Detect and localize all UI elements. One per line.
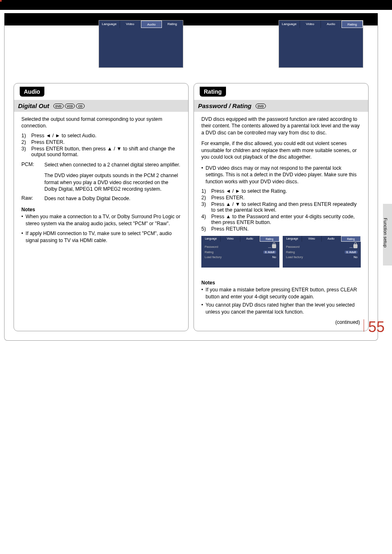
osd-label: Password [205, 245, 218, 249]
notes-heading: Notes [21, 207, 181, 212]
osd-tab: Language [283, 236, 302, 242]
side-tab-label: Function setup [383, 204, 388, 247]
osd-tab: Audio [322, 236, 341, 242]
page-number: 55 [368, 319, 385, 336]
step-text: Press ◄ / ► to select the Rating. [211, 188, 287, 194]
osd-value: --- [268, 245, 271, 249]
section-tab-rating: Rating [200, 87, 226, 97]
osd-tab: Video [300, 21, 321, 28]
kv-value: Does not have a Dolby Digital Decode. [44, 195, 181, 202]
banner-title: Digital Out [18, 102, 49, 109]
osd-value: No [353, 255, 357, 259]
badge-dvd: DVD [256, 104, 266, 108]
osd-label: Rating [286, 250, 295, 254]
top-black-bar [0, 0, 392, 10]
osd-tab-active: Rating [341, 236, 361, 242]
note-text: If apply HDMI connection to TV, make sur… [25, 230, 181, 244]
step-text: Press RETURN. [211, 226, 249, 232]
notes-list: When you make a connection to a TV, or D… [21, 213, 181, 244]
osd-preview-audio: Language Video Audio Rating [99, 20, 183, 68]
osd-preview-rating: Language Video Audio Rating [279, 20, 363, 68]
osd-tab: Video [302, 236, 321, 242]
steps-list: 1)Press ◄ / ► to select Audio. 2)Press E… [21, 133, 181, 157]
osd-tab: Language [279, 21, 300, 28]
badge-dvd: DVD [53, 104, 64, 108]
step-text: Press ◄ / ► to select Audio. [31, 133, 97, 138]
badge-vcd: VCD [65, 104, 75, 108]
osd-tab: Video [120, 21, 141, 28]
note-text: You cannot play DVD discs rated higher t… [205, 302, 361, 315]
banner-password-rating: Password / Rating DVD [194, 100, 368, 112]
side-tab: Function setup [383, 204, 392, 265]
osd-value: 8. Adult [345, 251, 357, 254]
bullet-text: DVD video discs may or may not respond t… [205, 165, 361, 185]
osd-label: Password [286, 245, 300, 249]
lock-icon [272, 244, 276, 248]
column-rating: Language Video Audio Rating Rating Passw… [194, 83, 369, 331]
step-num: 1) [201, 188, 209, 194]
kv-value-extra: The DVD video player outputs sounds in t… [44, 172, 181, 192]
osd-tab: Video [221, 236, 240, 242]
osd-tab: Audio [321, 21, 342, 28]
lock-icon [353, 244, 357, 248]
osd-tab-active: Rating [260, 236, 279, 242]
osd-value: --- [349, 245, 353, 249]
osd-tab: Language [99, 21, 120, 28]
osd-label: Rating [205, 250, 214, 254]
kv-key: PCM: [21, 162, 44, 193]
kv-key: Raw: [21, 195, 44, 202]
step-num: 2) [21, 139, 29, 145]
para-text: For example, if the disc allowed, you co… [201, 140, 361, 160]
bullet-list: DVD video discs may or may not respond t… [201, 165, 361, 185]
column-audio: Language Video Audio Rating Audio Digita… [14, 83, 189, 331]
step-text: Press ▲ / ▼ to select Rating and then pr… [211, 201, 361, 213]
step-num: 3) [21, 146, 29, 157]
osd-tab-active: Audio [141, 21, 162, 28]
osd-screenshots: Language Video Audio Rating Password--- … [201, 236, 361, 268]
notes-heading: Notes [201, 280, 361, 286]
osd-label: Load factory [286, 255, 303, 259]
step-num: 3) [201, 201, 209, 213]
step-num: 4) [201, 214, 209, 225]
step-text: Press ▲ to the Password and enter your 4… [211, 214, 361, 225]
media-badges: DVD VCD CD [53, 104, 85, 108]
steps-list: 1)Press ◄ / ► to select the Rating. 2)Pr… [201, 188, 361, 232]
step-text: Press ENTER button, then press ▲ / ▼ to … [31, 146, 181, 157]
osd-tab: Language [201, 236, 221, 242]
page-frame: Language Video Audio Rating Audio Digita… [4, 13, 378, 341]
step-num: 1) [21, 133, 29, 138]
intro-text: Selected the output sound format corresp… [21, 116, 181, 129]
notes-list: If you make a mistake before pressing EN… [201, 286, 361, 315]
osd-screenshot: Language Video Audio Rating Password--- … [283, 236, 361, 268]
osd-screenshot: Language Video Audio Rating Password--- … [201, 236, 279, 268]
step-num: 2) [201, 195, 209, 201]
osd-tab-active: Rating [341, 21, 363, 28]
osd-label: Load factory [205, 255, 221, 259]
section-tab-audio: Audio [20, 87, 44, 97]
step-num: 5) [201, 226, 209, 232]
osd-tab: Audio [240, 236, 260, 242]
osd-value: 8. Adult [263, 251, 276, 254]
note-text: If you make a mistake before pressing EN… [205, 286, 361, 300]
note-text: When you make a connection to a TV, or D… [25, 213, 181, 227]
badge-cd: CD [76, 104, 84, 108]
step-text: Press ENTER. [31, 139, 65, 145]
banner-title: Password / Rating [198, 102, 251, 109]
continued-label: (continued) [201, 319, 361, 325]
banner-digital-out: Digital Out DVD VCD CD [14, 100, 188, 112]
osd-tab: Rating [162, 21, 183, 28]
page-number-divider [364, 319, 364, 332]
kv-value: Select when connected to a 2 channel dig… [44, 162, 181, 168]
para-text: DVD discs equipped with the password fun… [201, 116, 361, 136]
media-badges: DVD [256, 104, 266, 108]
osd-value: No [272, 255, 276, 259]
step-text: Press ENTER. [211, 195, 244, 201]
